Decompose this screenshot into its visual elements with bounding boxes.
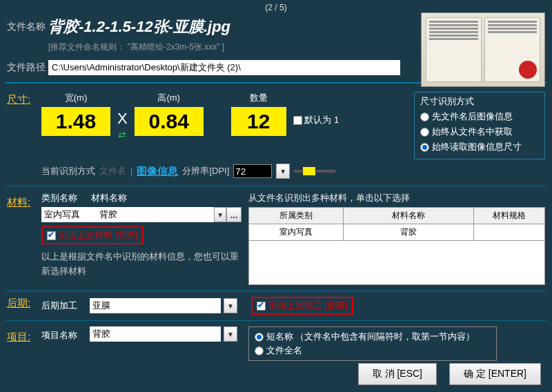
reuse-post-box[interactable]: 沿用上次加工 [亚膜] — [251, 297, 353, 315]
seal-icon — [519, 61, 537, 79]
reuse-material-checkbox[interactable] — [47, 231, 56, 240]
height-value[interactable]: 0.84 — [135, 107, 204, 136]
table-body-blank[interactable] — [248, 241, 545, 285]
dpi-dropdown-arrow[interactable]: ▼ — [276, 164, 290, 179]
post-label: 后期加工 — [41, 300, 90, 312]
file-thumbnail — [421, 12, 545, 87]
filename-value: 背胶-1.2-1.5-12张-亚膜.jpg — [48, 17, 230, 37]
dpi-label: 分辨率[DPI] — [182, 165, 229, 177]
category-combo[interactable] — [41, 207, 97, 222]
cur-recog-label: 当前识别方式 — [41, 165, 95, 177]
default1-checkbox[interactable] — [293, 116, 302, 125]
default1-label: 默认为 1 — [304, 115, 339, 125]
material-hint: 以上是根据文件名中识别的材料信息，您也可以重新选择材料 — [41, 250, 241, 279]
mat-right-head: 从文件名识别出多种材料，单击以下选择 — [248, 192, 545, 207]
col-spec: 材料规格 — [474, 208, 545, 224]
dpi-select[interactable] — [233, 164, 272, 178]
project-combo[interactable] — [90, 326, 221, 342]
recog-title: 尺寸识别方式 — [420, 95, 539, 109]
post-dd-arrow[interactable]: ▼ — [224, 298, 237, 313]
x-label: X — [117, 110, 128, 127]
fname-dim: 文件名 — [99, 165, 126, 177]
col-category: 所属类别 — [249, 208, 344, 224]
swap-icon[interactable]: ⇄ — [117, 129, 128, 140]
recog-opt3[interactable]: 始终读取图像信息尺寸 — [420, 139, 539, 155]
img-info-link[interactable]: 图像信息 — [137, 165, 178, 178]
section-size: 尺寸: — [7, 89, 41, 106]
reuse-material-label: 沿用上次材料 [背胶] — [59, 229, 138, 242]
label-filename: 文件名称 — [7, 21, 48, 33]
project-label: 项目名称 — [41, 326, 90, 342]
reuse-material-box[interactable]: 沿用上次材料 [背胶] — [41, 226, 144, 244]
ok-button[interactable]: 确 定 [ENTER] — [449, 363, 541, 385]
reuse-post-label: 沿用上次加工 [亚膜] — [268, 300, 348, 312]
section-post: 后期: — [7, 297, 41, 310]
section-material: 材料: — [7, 192, 41, 209]
post-combo[interactable] — [90, 298, 221, 313]
qty-value[interactable]: 12 — [231, 107, 286, 136]
project-dd-arrow[interactable]: ▼ — [224, 326, 237, 342]
material-combo[interactable] — [97, 207, 214, 222]
material-browse-button[interactable]: ... — [226, 207, 241, 222]
col-matname: 材料名称 — [344, 208, 474, 224]
material-dd-arrow[interactable]: ▼ — [214, 207, 226, 222]
table-row[interactable]: 室内写真 背胶 — [249, 224, 545, 241]
cat-label: 类别名称 — [41, 192, 77, 204]
filepath-input[interactable] — [48, 60, 400, 75]
qty-head: 数量 — [231, 92, 286, 107]
proj-opt-short[interactable]: 短名称 （文件名中包含有间隔符时，取第一节内容） — [255, 330, 491, 344]
cancel-button[interactable]: 取 消 [ESC] — [358, 363, 437, 385]
proj-opt-full[interactable]: 文件全名 — [255, 344, 491, 357]
section-project: 项目: — [7, 326, 41, 344]
recog-opt2[interactable]: 始终从文件名中获取 — [420, 124, 539, 139]
project-name-mode: 短名称 （文件名中包含有间隔符时，取第一节内容） 文件全名 — [248, 326, 497, 361]
reuse-post-checkbox[interactable] — [257, 302, 266, 311]
width-head: 宽(m) — [41, 92, 110, 107]
mat-label: 材料名称 — [91, 192, 127, 204]
recog-opt1[interactable]: 先文件名后图像信息 — [420, 109, 539, 124]
height-head: 高(m) — [135, 92, 204, 107]
dpi-slider[interactable] — [294, 166, 335, 176]
material-table[interactable]: 所属类别 材料名称 材料规格 室内写真 背胶 — [248, 207, 545, 241]
recognition-panel: 尺寸识别方式 先文件名后图像信息 始终从文件名中获取 始终读取图像信息尺寸 — [414, 92, 545, 159]
width-value[interactable]: 1.48 — [41, 107, 110, 136]
label-filepath: 文件路径 — [7, 61, 48, 74]
